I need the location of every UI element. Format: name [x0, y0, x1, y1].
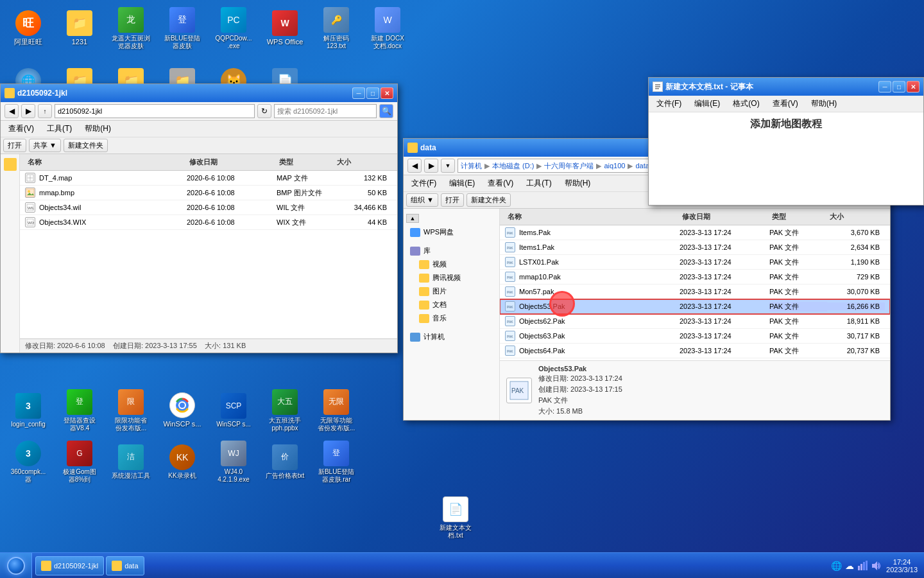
- desktop-icon-1231[interactable]: 📁 1231: [55, 3, 105, 53]
- back-button-right[interactable]: ◀: [407, 159, 422, 173]
- breadcrumb-disk[interactable]: 本地磁盘 (D:): [492, 161, 534, 171]
- scroll-up-sidebar[interactable]: ▲: [406, 214, 419, 223]
- file-row-lstx01[interactable]: PAK LSTX01.Pak 2023-3-13 17:24 PAK 文件 1,…: [500, 255, 890, 270]
- minimize-button-left[interactable]: ─: [352, 87, 365, 99]
- share-button-left[interactable]: 共享 ▼: [29, 139, 61, 152]
- breadcrumb-client[interactable]: 十六周年客户端: [544, 161, 594, 171]
- col-size-left[interactable]: 大小: [334, 156, 392, 168]
- desktop-icon-clean[interactable]: 洁 系统漫洁工具: [106, 437, 156, 487]
- open-button-right[interactable]: 打开: [441, 193, 464, 207]
- network-icon[interactable]: [857, 561, 868, 571]
- menu-file-right[interactable]: 文件(F): [407, 177, 440, 190]
- desktop-icon-qqpc[interactable]: PC QQPCDow....exe: [209, 3, 259, 53]
- file-row-objects53[interactable]: PAK Objects53.Pak 2023-3-13 17:24 PAK 文件…: [500, 299, 890, 314]
- desktop-icon-wuxian[interactable]: 无限 无限等功能省份发布版...: [311, 385, 361, 435]
- desktop-icon-winscp[interactable]: SCP WinSCP s...: [209, 385, 259, 435]
- file-row-objects34wix[interactable]: WIX Objects34.WIX 2020-6-6 10:08 WIX 文件 …: [20, 215, 397, 230]
- sidebar-documents[interactable]: 文档: [406, 298, 497, 311]
- tray-icon-baidu[interactable]: 🌐: [831, 561, 842, 571]
- desktop-icon-newblue2[interactable]: 登 新BLUE登陆器皮肤.rar: [311, 437, 361, 487]
- sidebar-library[interactable]: 库: [406, 244, 497, 258]
- file-row-mon57[interactable]: PAK Mon57.pak 2023-3-13 17:24 PAK 文件 30,…: [500, 285, 890, 299]
- start-button[interactable]: [0, 553, 32, 579]
- desktop-icon-gom[interactable]: G 极速Gom图器8%到: [55, 437, 105, 487]
- file-row-items[interactable]: PAK Items.Pak 2023-3-13 17:24 PAK 文件 3,6…: [500, 225, 890, 240]
- menu-tools-left[interactable]: 工具(T): [43, 122, 76, 136]
- menu-edit-right[interactable]: 编辑(E): [445, 177, 479, 190]
- sidebar-wps[interactable]: WPS网盘: [406, 225, 497, 239]
- forward-button-left[interactable]: ▶: [21, 104, 35, 118]
- desktop-icon-newblue[interactable]: 登 新BLUE登陆器皮肤: [157, 3, 207, 53]
- volume-icon[interactable]: [871, 561, 881, 571]
- notepad-minimize[interactable]: ─: [878, 81, 891, 92]
- desktop-icon-loginconfig[interactable]: 登 登陆器查设器V8.4: [55, 385, 105, 435]
- sidebar-music[interactable]: 音乐: [406, 311, 497, 325]
- notepad-menu-file[interactable]: 文件(F): [653, 97, 685, 110]
- menu-help-right[interactable]: 帮助(H): [561, 177, 595, 190]
- new-folder-button-left[interactable]: 新建文件夹: [64, 139, 108, 152]
- search-button-left[interactable]: 🔍: [379, 104, 393, 118]
- new-folder-button-right[interactable]: 新建文件夹: [466, 193, 511, 207]
- desktop-icon-newdocx[interactable]: W 新建 DOCX文档.docx: [363, 3, 413, 53]
- taskbar-item-left-explorer[interactable]: d2105092-1jkl: [35, 556, 104, 575]
- desktop-icon-bigblue[interactable]: 大五 大五班洗手pph.ppbx: [260, 385, 310, 435]
- breadcrumb-computer[interactable]: 计算机: [461, 161, 482, 171]
- taskbar-clock[interactable]: 17:24 2023/3/13: [886, 558, 918, 574]
- search-input-left[interactable]: [274, 104, 377, 118]
- menu-tools-right[interactable]: 工具(T): [522, 177, 555, 190]
- breadcrumb-aiq100[interactable]: aiq100: [604, 162, 625, 170]
- notepad-maximize[interactable]: □: [893, 81, 905, 92]
- desktop-icon-wps[interactable]: W WPS Office: [260, 3, 310, 53]
- close-button-left[interactable]: ✕: [381, 87, 393, 99]
- recent-btn[interactable]: ▼: [441, 159, 455, 173]
- col-date-left[interactable]: 修改日期: [187, 156, 277, 168]
- desktop-icon-kk[interactable]: KK KK录录机: [157, 437, 207, 487]
- open-button-left[interactable]: 打开: [3, 139, 26, 152]
- file-row-items1[interactable]: PAK Items1.Pak 2023-3-13 17:24 PAK 文件 2,…: [500, 240, 890, 255]
- tray-icon-upload[interactable]: ☁: [845, 561, 854, 571]
- file-row-objects34wil[interactable]: WIL Objects34.wil 2020-6-6 10:08 WIL 文件 …: [20, 200, 397, 215]
- sidebar-computer[interactable]: 计算机: [406, 330, 497, 344]
- file-row-objects62[interactable]: PAK Objects62.Pak 2023-3-13 17:24 PAK 文件…: [500, 314, 890, 329]
- desktop-icon-wj40[interactable]: WJ WJ4.04.2.1.9.exe: [209, 437, 259, 487]
- sidebar-tencent-video[interactable]: 腾讯视频: [406, 271, 497, 285]
- desktop-icon-newtxt[interactable]: 📄 新建文本文档.txt: [436, 493, 475, 543]
- desktop-icon-360[interactable]: 3 login_config: [3, 385, 53, 435]
- desktop-icon-360compk[interactable]: 3 360compk...器: [3, 437, 53, 487]
- notepad-content-area[interactable]: 添加新地图教程: [649, 112, 923, 164]
- sidebar-pictures[interactable]: 图片: [406, 285, 497, 298]
- back-button-left[interactable]: ◀: [4, 104, 19, 118]
- notepad-menu-edit[interactable]: 编辑(E): [690, 97, 724, 110]
- col-name-left[interactable]: 名称: [25, 156, 187, 168]
- breadcrumb-data[interactable]: data: [635, 162, 649, 170]
- organize-button[interactable]: 组织 ▼: [406, 193, 438, 207]
- file-row-objects64[interactable]: PAK Objects64.Pak 2023-3-13 17:24 PAK 文件…: [500, 344, 890, 358]
- up-button-left[interactable]: ↑: [38, 104, 52, 118]
- notepad-menu-help[interactable]: 帮助(H): [807, 97, 841, 110]
- file-row-objects65[interactable]: PAK Objects65.Pak 2023-3-13 17:24 PAK 文件…: [500, 358, 890, 360]
- menu-help-left[interactable]: 帮助(H): [81, 122, 115, 136]
- file-row-dt4map[interactable]: DT_4.map 2020-6-6 10:08 MAP 文件 132 KB: [20, 171, 397, 186]
- notepad-close[interactable]: ✕: [907, 81, 920, 92]
- desktop-icon-limitedfunc[interactable]: 限 限限功能省份发布版...: [106, 385, 156, 435]
- col-type-right[interactable]: 类型: [769, 211, 827, 223]
- col-name-right[interactable]: 名称: [505, 211, 680, 223]
- notepad-menu-view[interactable]: 查看(V): [769, 97, 802, 110]
- desktop-icon-chrome[interactable]: WinSCP s...: [157, 385, 207, 435]
- desktop-icon-adprice[interactable]: 价 广告价格表txt: [260, 437, 310, 487]
- desktop-icon-decompress[interactable]: 🔑 解压密码123.txt: [311, 3, 361, 53]
- col-size-right[interactable]: 大小: [827, 211, 885, 223]
- menu-view-right[interactable]: 查看(V): [484, 177, 517, 190]
- refresh-button-left[interactable]: ↻: [257, 104, 271, 118]
- sidebar-video[interactable]: 视频: [406, 258, 497, 271]
- address-input-left[interactable]: [55, 104, 255, 118]
- desktop-icon-longda[interactable]: 龙 龙遥大五斑浏览器皮肤: [106, 3, 156, 53]
- file-row-mmap[interactable]: mmap.bmp 2020-6-6 10:08 BMP 图片文件 50 KB: [20, 186, 397, 200]
- file-row-objects63[interactable]: PAK Objects63.Pak 2023-3-13 17:24 PAK 文件…: [500, 329, 890, 344]
- maximize-button-left[interactable]: □: [366, 87, 379, 99]
- col-type-left[interactable]: 类型: [277, 156, 334, 168]
- forward-button-right[interactable]: ▶: [424, 159, 438, 173]
- col-date-right[interactable]: 修改日期: [680, 211, 769, 223]
- desktop-icon-alibaoba[interactable]: 旺 阿里旺旺: [3, 3, 53, 53]
- file-row-mmap10[interactable]: PAK mmap10.Pak 2023-3-13 17:24 PAK 文件 72…: [500, 270, 890, 285]
